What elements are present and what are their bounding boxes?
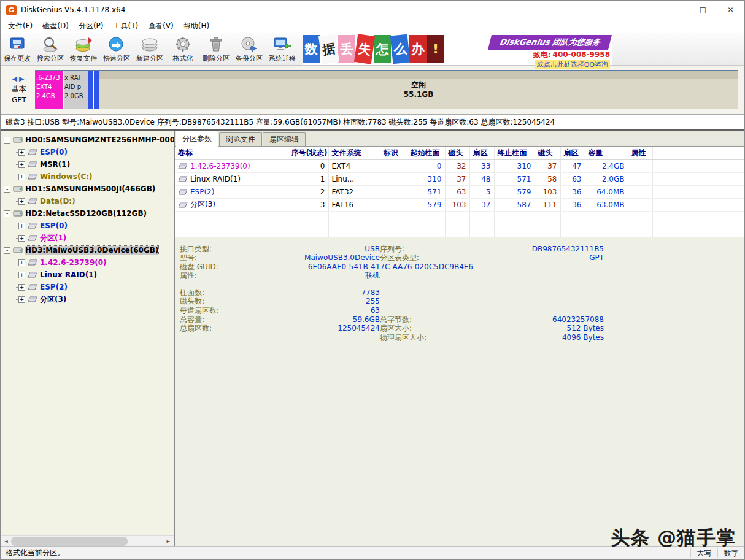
tree-connector xyxy=(14,177,18,177)
detail-value: 125045424 xyxy=(249,324,380,333)
tree-partition-node[interactable]: +分区(1) xyxy=(1,232,174,244)
cell: 579 xyxy=(407,198,445,211)
cell: 310 xyxy=(407,172,445,185)
cell xyxy=(628,198,652,211)
detail-label: 型号: xyxy=(180,253,249,263)
toolbar-button-label: 格式化 xyxy=(173,54,193,63)
toolbar-button-delete-partition[interactable]: 删除分区 xyxy=(199,33,233,65)
partition-row[interactable]: ESP(2)2FAT325716355791033664.0MB xyxy=(175,185,744,198)
tree-connector xyxy=(14,275,18,275)
tree-partition-node[interactable]: +Windows(C:) xyxy=(1,171,174,183)
cell xyxy=(628,172,652,185)
cell xyxy=(380,198,407,211)
expand-icon[interactable]: + xyxy=(18,235,25,242)
tree-partition-node[interactable]: +ESP(2) xyxy=(1,281,174,293)
expand-icon[interactable]: + xyxy=(18,223,25,229)
tree-disk-node[interactable]: -HD1:SAMSUNGHM500JI(466GB) xyxy=(1,183,174,195)
maximize-button[interactable]: □ xyxy=(689,1,717,19)
ad-banner[interactable]: 数据丢失怎么办! DiskGenius 团队为您服务 致电:400-008-99… xyxy=(303,33,612,65)
recover-files-icon xyxy=(74,35,93,53)
tree-disk-node[interactable]: -HD0:SAMSUNGMZNTE256HMHP-000 xyxy=(1,134,174,146)
menu-item[interactable]: 帮助(H) xyxy=(179,20,214,33)
column-header: 文件系统 xyxy=(328,147,380,159)
tree-partition-node[interactable]: +ESP(0) xyxy=(1,220,174,232)
collapse-icon[interactable]: - xyxy=(4,210,10,217)
menu-item[interactable]: 工具(T) xyxy=(108,20,143,33)
empty-cell xyxy=(175,211,288,224)
minimize-button[interactable]: – xyxy=(662,1,689,19)
toolbar-button-recover-files[interactable]: 恢复文件 xyxy=(67,33,100,65)
close-button[interactable]: ✕ xyxy=(717,1,744,19)
free-space-block[interactable]: 空闲 55.1GB xyxy=(99,71,738,109)
cell: 1 xyxy=(288,172,328,185)
partition-row[interactable]: 1.42.6-23739(0)0EXT40323331037472.4GB xyxy=(175,159,744,172)
partition-row[interactable]: Linux RAID(1)1Linu...310374857158632.0GB xyxy=(175,172,744,185)
expand-icon[interactable]: + xyxy=(18,296,25,303)
tree-horizontal-scrollbar[interactable]: ◄ ► xyxy=(1,535,174,546)
toolbar-button-quick-partition[interactable]: 快速分区 xyxy=(100,33,133,65)
tree-partition-node[interactable]: +MSR(1) xyxy=(1,158,174,171)
partition-icon xyxy=(178,188,188,196)
expand-icon[interactable]: + xyxy=(18,198,25,205)
toolbar-button-search-partition[interactable]: 搜索分区 xyxy=(34,33,67,65)
collapse-icon[interactable]: - xyxy=(4,137,10,144)
toolbar-button-system-migrate[interactable]: 系统迁移 xyxy=(266,33,299,65)
scroll-left-arrow-icon[interactable]: ◄ xyxy=(1,536,11,547)
prev-disk-arrow-icon[interactable]: ◀ xyxy=(12,75,19,83)
expand-icon[interactable]: + xyxy=(18,149,25,156)
tree-partition-node[interactable]: +分区(3) xyxy=(1,293,174,305)
table-header-row: 卷标序号(状态)文件系统标识起始柱面磁头扇区终止柱面磁头扇区容量属性 xyxy=(175,147,744,159)
tab-sector-edit[interactable]: 扇区编辑 xyxy=(263,132,306,146)
toolbar-button-format[interactable]: 格式化 xyxy=(166,33,199,65)
details-gap xyxy=(180,280,739,288)
tree-partition-node[interactable]: +ESP(0) xyxy=(1,146,174,158)
toolbar-button-backup-partition[interactable]: 备份分区 xyxy=(233,33,266,65)
banner-tile: 据 xyxy=(318,34,339,64)
tree-connector xyxy=(14,263,18,263)
empty-cell xyxy=(407,224,445,237)
collapse-icon[interactable]: - xyxy=(4,186,10,193)
menu-item[interactable]: 查看(V) xyxy=(143,20,179,33)
tree-node-label: Linux RAID(1) xyxy=(40,270,97,279)
tab-browse-files[interactable]: 浏览文件 xyxy=(219,132,262,146)
expand-icon[interactable]: + xyxy=(18,259,25,266)
disk-nav: ◀▶ 基本 GPT xyxy=(3,75,35,104)
scroll-right-arrow-icon[interactable]: ► xyxy=(163,536,174,547)
format-icon xyxy=(174,35,192,53)
partition-block[interactable] xyxy=(88,71,94,109)
toolbar-button-save[interactable]: 保存更改 xyxy=(1,33,34,65)
tree-partition-node[interactable]: +1.42.6-23739(0) xyxy=(1,256,174,269)
partition-scheme-label: GPT xyxy=(12,96,26,104)
expand-icon[interactable]: + xyxy=(18,174,25,180)
tab-partition-params[interactable]: 分区参数 xyxy=(176,131,218,147)
partition-block[interactable]: x RAIAID p2.0GB xyxy=(64,71,88,109)
menu-item[interactable]: 分区(P) xyxy=(74,20,109,33)
partition-icon xyxy=(28,271,37,278)
next-disk-arrow-icon[interactable]: ▶ xyxy=(19,75,26,83)
cell: Linu... xyxy=(328,172,380,185)
banner-tile: 办 xyxy=(409,35,427,63)
caps-indicator: 大写 xyxy=(690,548,717,558)
menu-item[interactable]: 磁盘(D) xyxy=(37,20,74,33)
tree-node-label: HD2:NetacSSD120GB(112GB) xyxy=(25,209,147,218)
toolbar-button-new-partition[interactable]: 新建分区 xyxy=(133,33,166,65)
menu-item[interactable]: 文件(F) xyxy=(3,20,37,33)
tree-disk-node[interactable]: -HD2:NetacSSD120GB(112GB) xyxy=(1,207,174,220)
tree-partition-node[interactable]: +Data(D:) xyxy=(1,195,174,207)
partition-block[interactable] xyxy=(94,71,99,109)
collapse-icon[interactable]: - xyxy=(4,247,10,254)
tree-connector xyxy=(14,152,18,153)
toolbar-button-label: 恢复文件 xyxy=(70,54,97,63)
tree-partition-node[interactable]: +Linux RAID(1) xyxy=(1,269,174,281)
banner-qq-link[interactable]: 或点击此处选择QQ咨询 xyxy=(535,60,610,69)
detail-label: 分区表类型: xyxy=(380,253,473,263)
expand-icon[interactable]: + xyxy=(18,284,25,291)
scrollbar-track[interactable] xyxy=(11,536,163,547)
partition-block[interactable]: .6-2373EXT42.4GB xyxy=(36,71,64,109)
partition-row[interactable]: 分区(3)3FAT16579103375871113663.0MB xyxy=(175,198,744,211)
free-space-label: 空闲 xyxy=(411,80,426,90)
expand-icon[interactable]: + xyxy=(18,272,25,278)
expand-icon[interactable]: + xyxy=(18,161,25,168)
scrollbar-thumb[interactable] xyxy=(11,537,128,546)
tree-disk-node[interactable]: -HD3:MaiwoUSB3.0Device(60GB) xyxy=(1,244,174,256)
